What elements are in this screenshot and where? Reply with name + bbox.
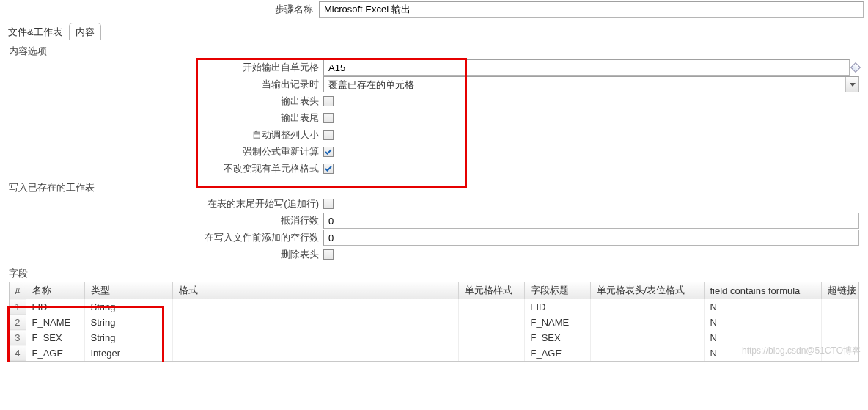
tabs: 文件&工作表 内容 (1, 22, 867, 40)
row-num: 3 (10, 330, 26, 345)
out-header-checkbox[interactable] (323, 96, 334, 106)
keep-fmt-checkbox[interactable] (323, 164, 334, 174)
col-format[interactable]: 格式 (172, 282, 458, 299)
auto-col-label: 自动调整列大小 (4, 128, 323, 142)
blank-input[interactable] (323, 230, 859, 246)
cell-name[interactable]: FID (26, 299, 84, 315)
svg-marker-0 (850, 83, 856, 87)
append-label: 在表的末尾开始写(追加行) (4, 197, 323, 211)
cell-title[interactable]: F_AGE (524, 345, 590, 361)
watermark: https://blog.csdn@51CTO博客 (742, 345, 861, 357)
table-row[interactable]: 1FIDStringFIDN (10, 299, 859, 315)
col-title[interactable]: 字段标题 (524, 282, 590, 299)
cell-link[interactable] (821, 299, 859, 315)
chevron-down-icon[interactable] (845, 77, 858, 92)
cell-formula[interactable]: N (704, 330, 821, 345)
cell-style[interactable] (458, 299, 524, 315)
row-num: 4 (10, 345, 26, 361)
cell-hfmt[interactable] (590, 330, 704, 345)
fields-table[interactable]: # 名称 类型 格式 单元格样式 字段标题 单元格表头/表位格式 field c… (9, 282, 859, 362)
existing-group-title: 写入已存在的工作表 (9, 181, 864, 194)
col-hfmt[interactable]: 单元格表头/表位格式 (590, 282, 704, 299)
col-formula[interactable]: field contains formula (704, 282, 821, 299)
table-row[interactable]: 2F_NAMEStringF_NAMEN (10, 315, 859, 330)
cell-type[interactable]: String (84, 330, 172, 345)
content-group-title: 内容选项 (9, 45, 864, 58)
row-num: 2 (10, 315, 26, 330)
cell-format[interactable] (172, 345, 458, 361)
cell-format[interactable] (172, 299, 458, 315)
cell-formula[interactable]: N (704, 299, 821, 315)
cell-name[interactable]: F_SEX (26, 330, 84, 345)
cell-style[interactable] (458, 345, 524, 361)
auto-col-checkbox[interactable] (323, 130, 334, 140)
col-rownum[interactable]: # (10, 282, 26, 299)
row-num: 1 (10, 299, 26, 315)
step-name-label: 步骤名称 (0, 3, 319, 16)
out-footer-label: 输出表尾 (4, 111, 323, 125)
cell-style[interactable] (458, 330, 524, 345)
cell-link[interactable] (821, 330, 859, 345)
blank-label: 在写入文件前添加的空行数 (4, 231, 323, 244)
table-row[interactable]: 3F_SEXStringF_SEXN (10, 330, 859, 345)
out-header-label: 输出表头 (4, 95, 323, 108)
cell-hfmt[interactable] (590, 299, 704, 315)
force-calc-checkbox[interactable] (323, 147, 334, 157)
cell-style[interactable] (458, 315, 524, 330)
force-calc-label: 强制公式重新计算 (4, 145, 323, 158)
cell-hfmt[interactable] (590, 345, 704, 361)
cell-name[interactable]: F_NAME (26, 315, 84, 330)
cell-link[interactable] (821, 315, 859, 330)
col-style[interactable]: 单元格样式 (458, 282, 524, 299)
start-cell-helper-icon[interactable] (850, 62, 861, 73)
cell-format[interactable] (172, 315, 458, 330)
step-name-input[interactable] (319, 1, 864, 18)
on-record-label: 当输出记录时 (4, 78, 323, 91)
cell-title[interactable]: F_SEX (524, 330, 590, 345)
on-record-combo[interactable]: 覆盖已存在的单元格 (323, 76, 859, 92)
offset-input[interactable] (323, 213, 859, 229)
cell-format[interactable] (172, 330, 458, 345)
cell-name[interactable]: F_AGE (26, 345, 84, 361)
cell-hfmt[interactable] (590, 315, 704, 330)
del-header-label: 删除表头 (4, 248, 323, 261)
cell-title[interactable]: F_NAME (524, 315, 590, 330)
tab-file-worksheet[interactable]: 文件&工作表 (1, 23, 69, 40)
fields-group-title: 字段 (9, 267, 864, 280)
append-checkbox[interactable] (323, 199, 334, 209)
tab-content[interactable]: 内容 (69, 23, 101, 40)
col-link[interactable]: 超链接 (821, 282, 859, 299)
offset-label: 抵消行数 (4, 214, 323, 227)
cell-type[interactable]: String (84, 315, 172, 330)
out-footer-checkbox[interactable] (323, 113, 334, 123)
start-cell-label: 开始输出自单元格 (4, 61, 323, 74)
cell-type[interactable]: Integer (84, 345, 172, 361)
keep-fmt-label: 不改变现有单元格格式 (4, 162, 323, 175)
cell-formula[interactable]: N (704, 315, 821, 330)
col-name[interactable]: 名称 (26, 282, 84, 299)
cell-type[interactable]: String (84, 299, 172, 315)
table-row[interactable]: 4F_AGEIntegerF_AGEN (10, 345, 859, 361)
cell-title[interactable]: FID (524, 299, 590, 315)
table-header-row: # 名称 类型 格式 单元格样式 字段标题 单元格表头/表位格式 field c… (10, 282, 859, 299)
col-type[interactable]: 类型 (84, 282, 172, 299)
on-record-value: 覆盖已存在的单元格 (324, 77, 845, 92)
start-cell-input[interactable] (323, 59, 850, 76)
del-header-checkbox[interactable] (323, 249, 334, 260)
